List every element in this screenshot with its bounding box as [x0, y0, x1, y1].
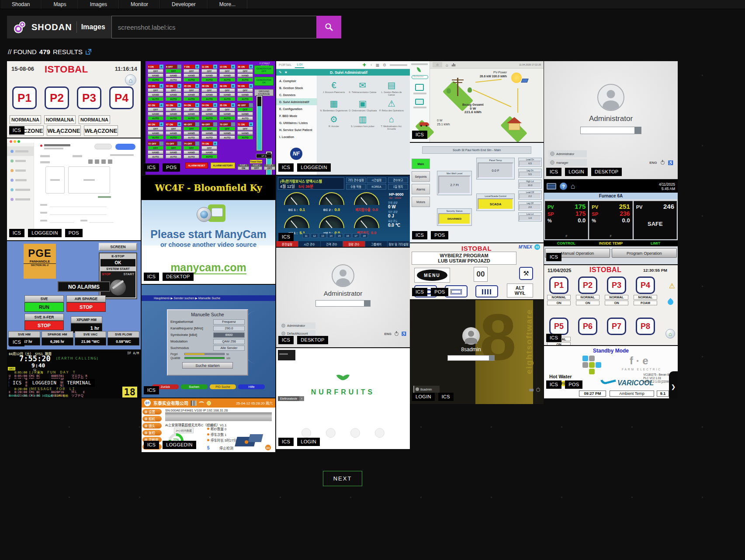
nav-item[interactable]: Shodan	[0, 0, 42, 9]
password-field[interactable]	[447, 355, 495, 361]
account-tile[interactable]: Administrator	[548, 150, 587, 157]
label-tag[interactable]: DESKTOP	[591, 168, 622, 176]
control-button[interactable]: 1일 정지	[388, 184, 408, 190]
label-tag[interactable]: ICS	[278, 163, 294, 172]
app-shortcut[interactable]: ▣ O. Ordonnances / Duplicata	[349, 99, 377, 112]
result-thumbnail-eightsoftware-login[interactable]: 8 eightsoftware 8sadmin 8sadmin LOGINICS	[410, 300, 544, 404]
label-tag[interactable]: LOGGEDIN	[163, 441, 196, 449]
label-tag[interactable]: POS	[431, 288, 448, 296]
external-link-icon[interactable]	[85, 48, 92, 55]
result-thumbnail-furnace-6a[interactable]: ? ⌂ 4/11/20255:45 AM Furnace 6A PV175 SP…	[544, 180, 678, 264]
label-tag[interactable]: ICS	[278, 233, 294, 241]
notification-icon[interactable]: ◔	[370, 63, 372, 67]
accessibility-icon[interactable]: ♿	[402, 332, 406, 336]
tab[interactable]: 장량 관수	[343, 241, 365, 247]
label-tag[interactable]: ICS	[546, 380, 561, 389]
sidebar-menu-item[interactable]: A. Comptoir	[276, 77, 317, 84]
label-tag[interactable]: ICS	[546, 334, 561, 342]
feature-icon[interactable]	[326, 428, 336, 438]
channel-number[interactable]: 18	[360, 233, 368, 238]
channel-number[interactable]: 14	[327, 233, 335, 238]
accessibility-icon[interactable]: ♿	[668, 160, 673, 165]
channel-number[interactable]: 12	[311, 233, 318, 238]
label-tag[interactable]: ICS	[412, 231, 427, 239]
water-drop-icon[interactable]	[666, 298, 674, 306]
wash-option-3[interactable]	[475, 285, 498, 297]
portal-tab[interactable]: LGI	[295, 62, 304, 68]
label-tag[interactable]: LOGGEDIN	[28, 229, 61, 237]
account-tile[interactable]: 8sadmin	[413, 386, 440, 393]
label-tag[interactable]: ICS	[546, 253, 561, 261]
label-tag[interactable]: ICS	[9, 379, 25, 387]
label-tag[interactable]: ICS	[9, 338, 24, 346]
power-icon[interactable]	[536, 388, 540, 392]
password-field[interactable]	[315, 300, 371, 307]
result-thumbnail-windows-login-administrator[interactable]: Administrator Administrator DefaultAccou…	[276, 248, 410, 347]
app-shortcut[interactable]: ✉ K. Télétransmission Caisse	[349, 80, 377, 96]
sidebar-menu-item[interactable]: I. Location	[276, 133, 317, 140]
control-button[interactable]: KOREA	[367, 184, 386, 190]
label-tag[interactable]: ICS	[278, 336, 294, 344]
language-button[interactable]: ENG	[385, 332, 392, 336]
label-tag[interactable]: ICS	[144, 273, 159, 281]
result-thumbnail-nurfruits-login[interactable]: Elettrovalvole › NURFRUITS ICSLOGIN	[276, 348, 410, 449]
tab[interactable]: 그룹제어	[365, 241, 388, 247]
app-shortcut[interactable]: ▦ N. Bordereaux Organismes	[320, 99, 348, 112]
label-tag[interactable]: DESKTOP	[163, 273, 193, 281]
label-tag[interactable]: POS	[565, 380, 582, 389]
sidebar-menu-item[interactable]: B. Gestion Stock	[276, 84, 317, 91]
password-field[interactable]	[580, 127, 641, 134]
channel-number[interactable]: 17	[352, 233, 360, 238]
label-tag[interactable]: ICS	[9, 229, 24, 237]
label-tag[interactable]: LOGIN	[412, 393, 435, 401]
help-icon[interactable]: ?	[560, 183, 567, 190]
power-icon[interactable]	[395, 332, 398, 336]
nav-item[interactable]: Maps	[42, 0, 78, 9]
star-icon[interactable]: ★	[284, 70, 288, 74]
sidebar-menu-item[interactable]: F. BED Mode	[276, 112, 317, 119]
app-shortcut[interactable]: € J. Encours Paiements	[320, 80, 348, 96]
tab[interactable]: 간격 관수	[321, 241, 343, 247]
label-tag[interactable]: ICS	[144, 163, 159, 172]
search-input[interactable]	[111, 16, 316, 38]
channel-number[interactable]: 11	[302, 233, 310, 238]
tools-button[interactable]: ⚒	[519, 267, 533, 280]
app-shortcut[interactable]: ⌂ T. Médicalisation Act. Annuelle	[378, 114, 405, 130]
home-icon[interactable]: ⌂	[446, 62, 448, 67]
result-thumbnail-pharmacy-portal[interactable]: PORTAIL LGI ✚ ◔ ▦ ⚙ ✎ ★ D. Suivi Adminis…	[276, 61, 410, 175]
pharmacy-cross-icon[interactable]: ✚	[363, 62, 366, 67]
control-button[interactable]: 시간설정	[367, 177, 386, 183]
app-shortcut[interactable]: ▥ S. Livraison hors picker	[349, 114, 377, 130]
label-tag[interactable]: TERMINAL	[63, 379, 94, 387]
power-icon[interactable]	[661, 161, 665, 165]
tab[interactable]: 운전설정	[276, 241, 298, 247]
nav-button[interactable]: Setpoints	[412, 171, 430, 182]
account-tile[interactable]: Administrator	[280, 322, 315, 329]
channel-number[interactable]: 16	[344, 233, 351, 238]
result-thumbnail-chinese-form-app[interactable]: ICSLOGGEDINPOS	[7, 138, 141, 240]
result-thumbnail-solar-energy-flow[interactable]: Rechercher ☆ ⌂ 11.04.2025 17:22:25 PV-Po…	[410, 61, 544, 142]
control-button[interactable]: 수동 작동	[346, 184, 366, 190]
home-icon[interactable]: ⌂	[665, 329, 675, 339]
label-tag[interactable]: LOGGEDIN	[29, 379, 60, 387]
tab[interactable]: 정보 및 기타설정	[388, 241, 410, 247]
chart-icon[interactable]	[452, 63, 455, 66]
label-tag[interactable]: ICS	[9, 126, 24, 135]
sidebar-menu-item[interactable]: D. Suivi Administratif	[276, 98, 317, 105]
side-search[interactable]: Rechercher	[412, 75, 428, 79]
search-button[interactable]	[316, 16, 341, 38]
sidebar-menu-item[interactable]: C. Données	[276, 91, 317, 98]
menu-button[interactable]: MENU	[414, 268, 450, 283]
sidebar-menu-item[interactable]: E. Configuration	[276, 105, 317, 112]
control-button[interactable]: 관수보고	[388, 177, 408, 183]
alt-off-button[interactable]: ALT WYŁ	[507, 283, 533, 297]
result-thumbnail-pge-hmi[interactable]: PGE PANHANDLE SECTION 26L-2 SCREEN E-STO…	[7, 241, 141, 349]
brand[interactable]: SHODAN Images	[7, 16, 111, 38]
nav-item[interactable]: More...	[208, 0, 247, 9]
settings-icon[interactable]: ⚙	[383, 63, 386, 67]
result-thumbnail-istobal-p1-p8[interactable]: 11/04/2025 ISTOBAL 12:30:55 PM P1 NORMAL…	[544, 265, 678, 345]
apps-grid-icon[interactable]: ▦	[375, 63, 379, 67]
label-tag[interactable]: ICS	[412, 288, 427, 296]
sidebar-menu-item[interactable]: G. Utilitaires / Listes	[276, 119, 317, 126]
sidebar-menu-item[interactable]: H. Service Suivi Patient	[276, 126, 317, 133]
